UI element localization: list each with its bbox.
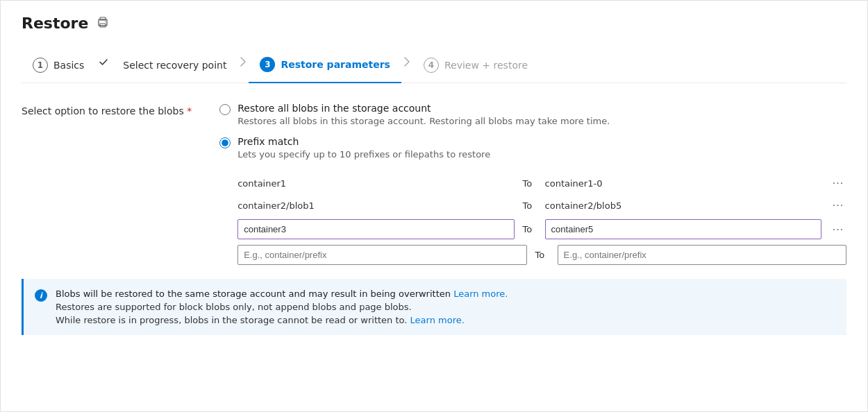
step-separator-3 bbox=[401, 57, 412, 75]
step-basics[interactable]: 1 Basics bbox=[22, 49, 95, 83]
step-4-label: Review + restore bbox=[444, 60, 528, 71]
info-main-text: Blobs will be restored to the same stora… bbox=[56, 289, 508, 299]
svg-point-3 bbox=[106, 21, 107, 22]
info-icon: i bbox=[35, 289, 47, 302]
step-separator-1 bbox=[95, 56, 112, 76]
prefix-from-1: container1 bbox=[237, 175, 514, 191]
step-3-circle: 3 bbox=[260, 57, 275, 72]
info-sub-2: While restore is in progress, blobs in t… bbox=[56, 315, 508, 325]
option-prefix-match-title: Prefix match bbox=[237, 136, 490, 147]
info-banner: i Blobs will be restored to the same sto… bbox=[22, 279, 846, 335]
print-icon[interactable] bbox=[97, 16, 109, 31]
radio-all-blobs[interactable] bbox=[219, 104, 231, 115]
to-label-3: To bbox=[523, 224, 537, 234]
page-title: Restore bbox=[22, 15, 88, 32]
required-marker: * bbox=[187, 105, 192, 117]
page-header: Restore bbox=[22, 15, 846, 32]
prefix-table: container1 To container1-0 ··· container… bbox=[237, 175, 846, 265]
prefix-from-2: container2/blob1 bbox=[237, 198, 514, 214]
page-container: Restore 1 Basics Select recovery point bbox=[0, 0, 868, 412]
option-all-blobs-desc: Restores all blobs in this storage accou… bbox=[237, 115, 610, 128]
option-prefix-match-desc: Lets you specify up to 10 prefixes or fi… bbox=[237, 148, 490, 161]
prefix-input-from-3[interactable] bbox=[237, 219, 514, 239]
radio-prefix-match[interactable] bbox=[219, 137, 231, 148]
content-area: Select option to restore the blobs * Res… bbox=[22, 103, 846, 265]
step-select-recovery[interactable]: Select recovery point bbox=[112, 51, 237, 80]
to-label-4: To bbox=[535, 250, 549, 260]
learn-more-link-1[interactable]: Learn more. bbox=[453, 289, 508, 299]
option-prefix-match: Prefix match Lets you specify up to 10 p… bbox=[219, 136, 846, 161]
to-label-2: To bbox=[523, 200, 537, 211]
ellipsis-btn-1[interactable]: ··· bbox=[830, 175, 846, 191]
option-all-blobs-title: Restore all blobs in the storage account bbox=[237, 103, 610, 114]
step-1-label: Basics bbox=[53, 60, 84, 71]
prefix-row-2: container2/blob1 To container2/blob5 ··· bbox=[237, 197, 846, 214]
step-2-label: Select recovery point bbox=[123, 60, 226, 71]
ellipsis-btn-3[interactable]: ··· bbox=[830, 221, 846, 238]
option-all-blobs: Restore all blobs in the storage account… bbox=[219, 103, 846, 128]
wizard-steps: 1 Basics Select recovery point 3 Restore… bbox=[22, 49, 846, 83]
step-1-circle: 1 bbox=[33, 58, 48, 73]
prefix-input-to-4[interactable] bbox=[558, 245, 846, 265]
learn-more-link-2[interactable]: Learn more. bbox=[410, 315, 465, 325]
prefix-row-3: To ··· bbox=[237, 219, 846, 239]
ellipsis-btn-2[interactable]: ··· bbox=[830, 197, 846, 214]
field-label: Select option to restore the blobs * bbox=[22, 103, 192, 265]
prefix-to-1: container1-0 bbox=[545, 178, 821, 189]
info-sub-1: Restores are supported for block blobs o… bbox=[56, 302, 508, 312]
prefix-row-4: To bbox=[237, 245, 846, 265]
prefix-to-2: container2/blob5 bbox=[545, 200, 821, 211]
options-panel: Restore all blobs in the storage account… bbox=[219, 103, 846, 265]
step-review-restore[interactable]: 4 Review + restore bbox=[412, 49, 539, 83]
step-restore-params[interactable]: 3 Restore parameters bbox=[249, 49, 401, 83]
prefix-row-1: container1 To container1-0 ··· bbox=[237, 175, 846, 191]
step-3-label: Restore parameters bbox=[281, 59, 390, 70]
step-4-circle: 4 bbox=[424, 58, 439, 73]
prefix-input-to-3[interactable] bbox=[545, 219, 821, 239]
step-separator-2 bbox=[237, 57, 249, 75]
to-label-1: To bbox=[523, 178, 537, 189]
prefix-input-from-4[interactable] bbox=[237, 245, 526, 265]
